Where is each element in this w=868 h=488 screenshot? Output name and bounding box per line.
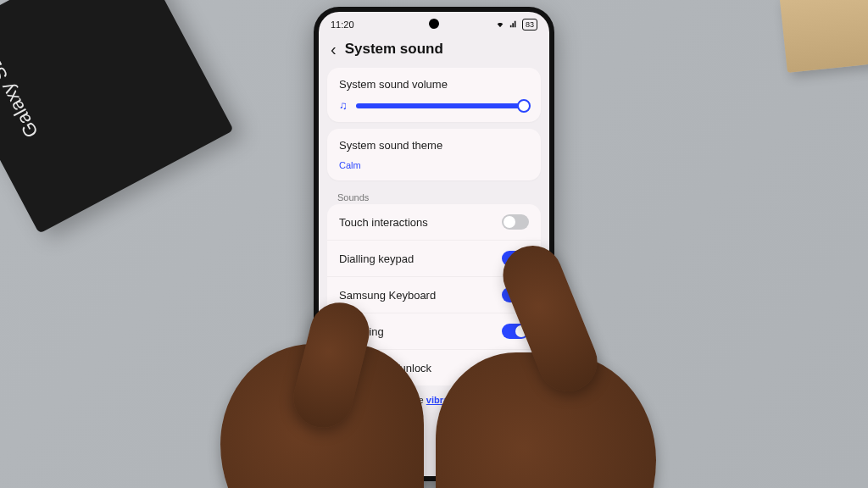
status-time: 11:20 bbox=[331, 19, 354, 30]
camera-punch-hole bbox=[429, 19, 439, 29]
volume-card: System sound volume ♫ bbox=[327, 68, 541, 122]
toggle-touch-interactions[interactable] bbox=[502, 214, 529, 230]
theme-label: System sound theme bbox=[339, 139, 529, 152]
volume-slider[interactable] bbox=[356, 103, 529, 108]
wifi-icon bbox=[495, 20, 505, 29]
product-box-label: Galaxy S25 Ultra bbox=[0, 4, 43, 141]
row-label: Touch interactions bbox=[339, 216, 428, 229]
product-box: Galaxy S25 Ultra bbox=[0, 0, 234, 234]
wood-prop bbox=[780, 0, 868, 73]
status-right: 83 bbox=[495, 19, 537, 30]
back-icon[interactable]: ‹ bbox=[331, 41, 337, 58]
signal-icon bbox=[509, 20, 519, 29]
volume-slider-thumb[interactable] bbox=[517, 99, 531, 113]
page-header: ‹ System sound bbox=[319, 36, 549, 68]
volume-slider-row: ♫ bbox=[339, 99, 529, 112]
theme-card[interactable]: System sound theme Calm bbox=[327, 129, 541, 180]
sounds-heading: Sounds bbox=[319, 187, 549, 204]
desk-surface: Galaxy S25 Ultra 11:20 83 ‹ System sound… bbox=[0, 0, 868, 488]
sound-icon: ♫ bbox=[339, 99, 348, 112]
row-touch-interactions[interactable]: Touch interactions bbox=[327, 204, 541, 240]
page-title: System sound bbox=[345, 41, 443, 58]
row-label: Samsung Keyboard bbox=[339, 289, 436, 302]
battery-icon: 83 bbox=[522, 19, 537, 30]
theme-value: Calm bbox=[339, 160, 529, 170]
volume-label: System sound volume bbox=[339, 78, 529, 91]
row-label: Dialling keypad bbox=[339, 252, 414, 265]
